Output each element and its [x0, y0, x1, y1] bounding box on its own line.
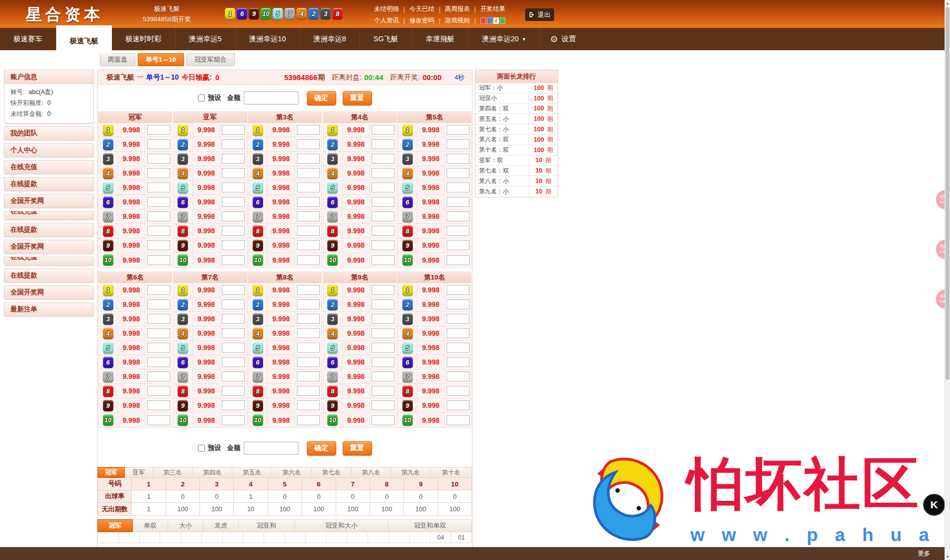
sidebar-item-12[interactable]: 最新注单	[4, 302, 94, 316]
bet-amount-input[interactable]	[297, 343, 320, 353]
bet-amount-input[interactable]	[147, 386, 170, 396]
bet-amount-input[interactable]	[147, 328, 170, 338]
scroll-up-icon[interactable]: ▲	[945, 0, 950, 6]
bet-amount-input[interactable]	[297, 285, 320, 295]
nav-tab-7[interactable]: SG飞艇	[360, 28, 412, 50]
bet-amount-input[interactable]	[297, 197, 320, 207]
reset-button[interactable]: 重置	[343, 441, 372, 456]
sidebar-item-10[interactable]: 在线提款	[4, 269, 94, 282]
reset-button[interactable]: 重置	[343, 91, 372, 105]
stat-tab-6[interactable]: 第六名	[272, 467, 312, 478]
bet-amount-input[interactable]	[222, 226, 245, 236]
bet-amount-input[interactable]	[297, 240, 320, 250]
bet-amount-input[interactable]	[297, 328, 320, 338]
bet-amount-input[interactable]	[147, 285, 170, 295]
bet-amount-input[interactable]	[447, 139, 470, 149]
bet-amount-input[interactable]	[372, 226, 394, 236]
header-link-r1-1[interactable]: 未结明细	[374, 5, 399, 13]
bet-amount-input[interactable]	[147, 255, 170, 265]
bet-amount-input[interactable]	[297, 415, 320, 425]
bet-amount-input[interactable]	[222, 357, 245, 367]
bet-amount-input[interactable]	[372, 168, 394, 178]
bet-amount-input[interactable]	[147, 372, 170, 381]
sidebar-item-4[interactable]: 在线提款	[4, 177, 94, 191]
bet-amount-input[interactable]	[147, 400, 170, 410]
bet-amount-input[interactable]	[447, 255, 470, 265]
bet-amount-input[interactable]	[372, 125, 394, 135]
stat-tab-3[interactable]: 第三名	[153, 467, 193, 478]
bet-amount-input[interactable]	[222, 299, 245, 309]
preset-checkbox[interactable]	[198, 94, 205, 101]
bet-amount-input[interactable]	[297, 183, 320, 192]
bet-amount-input[interactable]	[372, 328, 394, 338]
stat-tab-2[interactable]: 亚军	[125, 467, 153, 478]
sidebar-item-9[interactable]: 在线充值	[4, 257, 94, 266]
bet-amount-input[interactable]	[297, 372, 320, 381]
bet-amount-input[interactable]	[447, 357, 470, 367]
sidebar-item-7[interactable]: 在线提款	[4, 223, 94, 237]
scroll-down-icon[interactable]: ▼	[945, 554, 950, 560]
bet-amount-input[interactable]	[297, 211, 320, 221]
nav-tab-6[interactable]: 澳洲幸运8	[300, 28, 360, 50]
bet-amount-input[interactable]	[147, 211, 170, 221]
header-link-r1-3[interactable]: 两周报表	[445, 5, 470, 13]
bet-amount-input[interactable]	[297, 168, 320, 178]
bet-amount-input[interactable]	[447, 415, 470, 425]
bet-amount-input[interactable]	[447, 299, 470, 309]
bet-amount-input[interactable]	[372, 372, 394, 381]
bet-amount-input[interactable]	[372, 211, 394, 221]
bet-amount-input[interactable]	[297, 357, 320, 367]
bet-amount-input[interactable]	[147, 139, 170, 149]
bet-amount-input[interactable]	[147, 299, 170, 309]
bet-amount-input[interactable]	[147, 125, 170, 135]
stat-tab2-4[interactable]: 龙虎	[203, 519, 239, 532]
bet-amount-input[interactable]	[447, 226, 470, 236]
bet-amount-input[interactable]	[222, 328, 245, 338]
sidebar-item-11[interactable]: 全国开奖网	[4, 285, 94, 299]
legend-square[interactable]	[487, 17, 492, 24]
stat-tab-8[interactable]: 第八名	[352, 467, 391, 478]
stat-tab-5[interactable]: 第五名	[232, 467, 272, 478]
bet-amount-input[interactable]	[447, 343, 470, 353]
bet-amount-input[interactable]	[297, 299, 320, 309]
bet-amount-input[interactable]	[447, 197, 470, 207]
bet-amount-input[interactable]	[447, 240, 470, 250]
sidebar-item-6[interactable]: 在线充值	[4, 211, 94, 220]
more-link[interactable]: 更多	[918, 550, 930, 558]
bet-amount-input[interactable]	[147, 415, 170, 425]
bet-amount-input[interactable]	[147, 183, 170, 192]
bet-amount-input[interactable]	[372, 299, 394, 309]
sidebar-item-3[interactable]: 在线充值	[4, 160, 94, 174]
bet-amount-input[interactable]	[147, 226, 170, 236]
bet-amount-input[interactable]	[447, 386, 470, 396]
stat-tab2-6[interactable]: 冠亚和大小	[295, 519, 388, 532]
sidebar-item-1[interactable]: 我的团队	[4, 126, 94, 140]
header-link-r1-4[interactable]: 开奖结果	[480, 5, 505, 13]
bet-amount-input[interactable]	[447, 168, 470, 178]
stat-tab2-2[interactable]: 单双	[133, 519, 168, 532]
scrollbar-thumb[interactable]	[946, 7, 950, 380]
stat-tab-7[interactable]: 第七名	[312, 467, 352, 478]
stat-tab-9[interactable]: 第九名	[391, 467, 431, 478]
preset-checkbox[interactable]	[198, 445, 205, 452]
stat-tab-10[interactable]: 第十名	[431, 467, 472, 478]
bet-amount-input[interactable]	[447, 400, 470, 410]
legend-square[interactable]	[480, 17, 486, 24]
bet-amount-input[interactable]	[222, 197, 245, 207]
bet-amount-input[interactable]	[147, 197, 170, 207]
bet-amount-input[interactable]	[297, 400, 320, 410]
bet-amount-input[interactable]	[147, 240, 170, 250]
bet-amount-input[interactable]	[222, 154, 245, 164]
stat-tab2-5[interactable]: 冠亚和	[239, 519, 295, 532]
bet-amount-input[interactable]	[222, 183, 245, 192]
subtab-1[interactable]: 两面盘	[100, 53, 135, 66]
bet-amount-input[interactable]	[297, 386, 320, 396]
bet-amount-input[interactable]	[222, 285, 245, 295]
bet-amount-input[interactable]	[447, 125, 470, 135]
bet-amount-input[interactable]	[372, 154, 394, 164]
bet-amount-input[interactable]	[372, 343, 394, 353]
legend-checkbox[interactable]: √	[493, 17, 499, 24]
stat-tab-4[interactable]: 第四名	[192, 467, 232, 478]
nav-tab-3[interactable]: 极速时时彩	[112, 28, 176, 50]
bet-amount-input[interactable]	[447, 211, 470, 221]
